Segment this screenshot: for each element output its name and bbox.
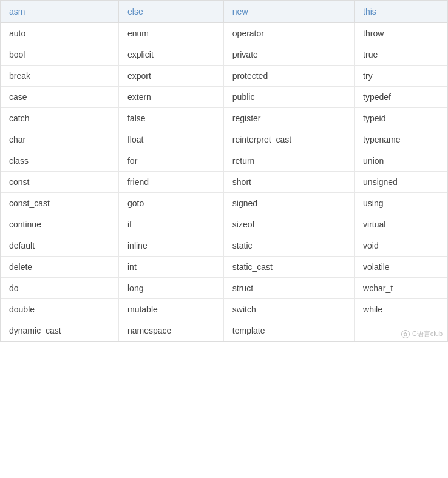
watermark-text: C语言club: [412, 329, 443, 338]
cell-r14-c2: template: [223, 320, 354, 342]
table-row: defaultinlinestaticvoid: [1, 235, 447, 257]
cell-r4-c3: typeid: [355, 108, 447, 129]
col-header-1: asm: [1, 1, 118, 23]
cell-r6-c1: for: [118, 150, 223, 172]
cell-r13-c1: mutable: [118, 299, 223, 320]
cell-r4-c2: register: [223, 108, 354, 129]
cell-r7-c0: const: [1, 172, 118, 193]
table-row: catchfalseregistertypeid: [1, 108, 447, 129]
table-row: charfloatreinterpret_casttypename: [1, 129, 447, 150]
col-header-4: this: [355, 1, 447, 23]
cell-r14-c0: dynamic_cast: [1, 320, 118, 342]
keyword-table-container: asm else new this autoenumoperatorthrowb…: [0, 0, 448, 342]
cell-r6-c0: class: [1, 150, 118, 172]
table-row: breakexportprotectedtry: [1, 66, 447, 87]
cell-r9-c0: continue: [1, 214, 118, 235]
cell-r3-c1: extern: [118, 87, 223, 108]
cell-r2-c3: try: [355, 66, 447, 87]
cell-r6-c2: return: [223, 150, 354, 172]
cell-r5-c2: reinterpret_cast: [223, 129, 354, 150]
cell-r14-c1: namespace: [118, 320, 223, 342]
cell-r2-c0: break: [1, 66, 118, 87]
cell-r8-c3: using: [355, 193, 447, 214]
cell-r0-c0: auto: [1, 23, 118, 44]
cell-r13-c0: double: [1, 299, 118, 320]
table-row: autoenumoperatorthrow: [1, 23, 447, 44]
cell-r0-c1: enum: [118, 23, 223, 44]
cell-r0-c3: throw: [355, 23, 447, 44]
table-row: const_castgotosignedusing: [1, 193, 447, 214]
cell-r10-c1: inline: [118, 235, 223, 257]
cell-r1-c2: private: [223, 44, 354, 66]
cell-r5-c3: typename: [355, 129, 447, 150]
cell-r7-c3: unsigned: [355, 172, 447, 193]
cell-r8-c2: signed: [223, 193, 354, 214]
cell-r12-c0: do: [1, 278, 118, 299]
cell-r1-c3: true: [355, 44, 447, 66]
cell-r11-c3: volatile: [355, 257, 447, 278]
cell-r5-c1: float: [118, 129, 223, 150]
table-row: dolongstructwchar_t: [1, 278, 447, 299]
cell-r12-c1: long: [118, 278, 223, 299]
table-row: caseexternpublictypedef: [1, 87, 447, 108]
table-row: constfriendshortunsigned: [1, 172, 447, 193]
cell-r1-c0: bool: [1, 44, 118, 66]
cell-r11-c0: delete: [1, 257, 118, 278]
cell-r12-c3: wchar_t: [355, 278, 447, 299]
cell-r11-c1: int: [118, 257, 223, 278]
cell-r4-c0: catch: [1, 108, 118, 129]
cell-r10-c2: static: [223, 235, 354, 257]
cell-r4-c1: false: [118, 108, 223, 129]
cell-r2-c2: protected: [223, 66, 354, 87]
cell-r10-c3: void: [355, 235, 447, 257]
cell-r0-c2: operator: [223, 23, 354, 44]
table-row: boolexplicitprivatetrue: [1, 44, 447, 66]
table-row: continueifsizeofvirtual: [1, 214, 447, 235]
cell-r2-c1: export: [118, 66, 223, 87]
cell-r13-c2: switch: [223, 299, 354, 320]
cell-r11-c2: static_cast: [223, 257, 354, 278]
cell-r3-c2: public: [223, 87, 354, 108]
cell-r7-c2: short: [223, 172, 354, 193]
table-row: classforreturnunion: [1, 150, 447, 172]
cell-r9-c3: virtual: [355, 214, 447, 235]
cell-r14-c3: ✿C语言club: [355, 320, 447, 342]
cell-r10-c0: default: [1, 235, 118, 257]
cell-r8-c1: goto: [118, 193, 223, 214]
cell-r3-c3: typedef: [355, 87, 447, 108]
cell-r7-c1: friend: [118, 172, 223, 193]
watermark: ✿C语言club: [401, 329, 443, 338]
table-header-row: asm else new this: [1, 1, 447, 23]
table-body: autoenumoperatorthrowboolexplicitprivate…: [1, 23, 447, 342]
cell-r9-c1: if: [118, 214, 223, 235]
cell-r1-c1: explicit: [118, 44, 223, 66]
cell-r9-c2: sizeof: [223, 214, 354, 235]
keyword-table: asm else new this autoenumoperatorthrowb…: [1, 1, 447, 341]
cell-r6-c3: union: [355, 150, 447, 172]
cell-r12-c2: struct: [223, 278, 354, 299]
table-row: deleteintstatic_castvolatile: [1, 257, 447, 278]
table-row: dynamic_castnamespacetemplate✿C语言club: [1, 320, 447, 342]
cell-r8-c0: const_cast: [1, 193, 118, 214]
table-row: doublemutableswitchwhile: [1, 299, 447, 320]
cell-r13-c3: while: [355, 299, 447, 320]
watermark-icon: ✿: [401, 330, 410, 338]
col-header-2: else: [118, 1, 223, 23]
cell-r5-c0: char: [1, 129, 118, 150]
cell-r3-c0: case: [1, 87, 118, 108]
col-header-3: new: [223, 1, 354, 23]
